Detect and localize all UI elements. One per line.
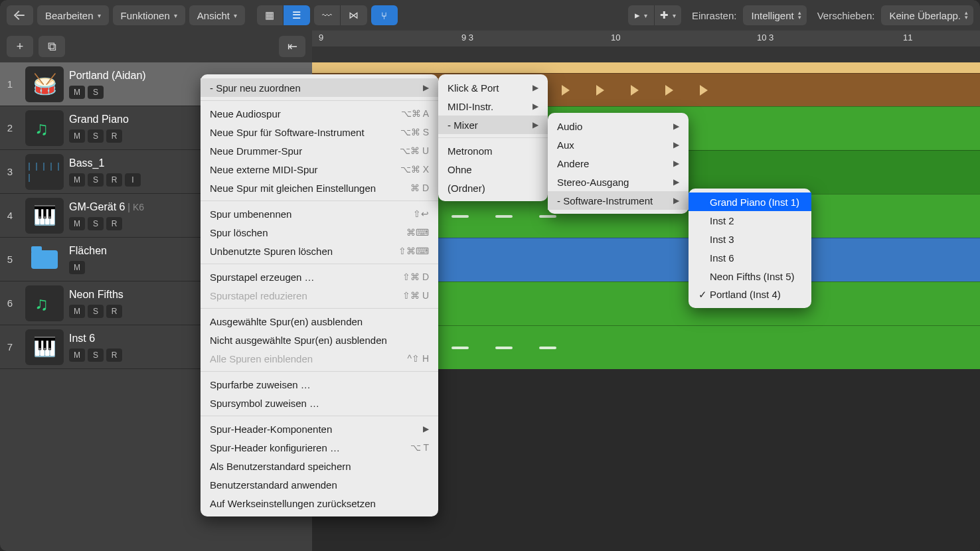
menu-hide-selected[interactable]: Ausgewählte Spur(en) ausblenden — [201, 312, 438, 331]
menu-delete[interactable]: Spur löschen⌘⌨ — [201, 223, 438, 242]
menu-reassign-track[interactable]: - Spur neu zuordnen▶ — [201, 78, 438, 97]
record-button[interactable]: R — [106, 173, 122, 187]
add-track-button[interactable]: + — [7, 36, 33, 57]
pointer-tool-button[interactable]: ▸▾ — [628, 5, 655, 25]
move-value: Keine Überlapp. — [889, 10, 961, 21]
flex-icon: ⋈ — [349, 9, 359, 21]
arrangement-marker[interactable] — [312, 62, 980, 73]
menu-none[interactable]: Ohne — [438, 160, 548, 179]
chevron-down-icon: ▾ — [98, 12, 101, 19]
automation-curve-button[interactable]: 〰 — [314, 5, 341, 25]
submenu-arrow-icon: ▶ — [673, 140, 679, 149]
record-button[interactable]: R — [106, 129, 122, 143]
menu-aux[interactable]: Aux▶ — [548, 135, 689, 154]
list-icon: ☰ — [292, 9, 301, 21]
menu-mixer[interactable]: - Mixer▶ — [438, 116, 548, 134]
view-label: Ansicht — [197, 10, 230, 21]
ruler-tick: 9 3 — [461, 33, 473, 42]
record-button[interactable]: R — [106, 217, 122, 230]
input-button[interactable]: I — [125, 173, 141, 187]
record-button[interactable]: R — [106, 305, 122, 318]
menu-new-audio[interactable]: Neue Audiospur⌥⌘ A — [201, 104, 438, 123]
back-button[interactable] — [7, 5, 33, 25]
solo-button[interactable]: S — [88, 305, 104, 318]
menu-new-ext[interactable]: Neue externe MIDI-Spur⌥⌘ X — [201, 160, 438, 179]
menu-stack-create[interactable]: Spurstapel erzeugen …⇧⌘ D — [201, 268, 438, 286]
marquee-tool-button[interactable]: ✚▾ — [655, 5, 681, 25]
menu-software-instrument[interactable]: - Software-Instrument▶ — [548, 191, 689, 210]
updown-icon: ▴▾ — [965, 11, 968, 20]
submenu-arrow-icon: ▶ — [532, 83, 538, 92]
edit-menu-button[interactable]: Bearbeiten▾ — [37, 5, 109, 25]
solo-button[interactable]: S — [88, 173, 104, 187]
solo-button[interactable]: S — [88, 86, 104, 99]
track-context-menu: - Spur neu zuordnen▶ Neue Audiospur⌥⌘ A … — [201, 74, 438, 516]
menu-inst1[interactable]: Grand Piano (Inst 1) — [689, 193, 811, 211]
menu-symbol[interactable]: Spursymbol zuweisen … — [201, 394, 438, 412]
mute-button[interactable]: M — [69, 173, 85, 187]
mute-button[interactable]: M — [69, 261, 85, 274]
crosshair-icon: ✚ — [660, 9, 669, 21]
functions-menu-button[interactable]: Funktionen▾ — [113, 5, 185, 25]
collapse-icon: ⇤ — [287, 39, 297, 54]
view-mode-group: ▦ ☰ — [257, 5, 310, 25]
track-number: 2 — [0, 122, 20, 133]
grid-view-button[interactable]: ▦ — [257, 5, 284, 25]
track-name: GM-Gerät 6 — [69, 201, 125, 212]
menu-apply-default[interactable]: Benutzerstandard anwenden — [201, 475, 438, 494]
mute-button[interactable]: M — [69, 86, 85, 99]
menu-rename[interactable]: Spur umbenennen⇧↩ — [201, 204, 438, 223]
snap-select[interactable]: Intelligent▴▾ — [743, 5, 806, 25]
solo-button[interactable]: S — [88, 129, 104, 143]
menu-inst6[interactable]: Inst 6 — [689, 248, 811, 267]
chevron-down-icon: ▾ — [644, 12, 647, 19]
menu-color[interactable]: Spurfarbe zuweisen … — [201, 375, 438, 394]
mute-button[interactable]: M — [69, 217, 85, 230]
menu-save-default[interactable]: Als Benutzerstandard speichern — [201, 457, 438, 475]
automation-group: 〰 ⋈ — [314, 5, 367, 25]
mute-button[interactable]: M — [69, 129, 85, 143]
catch-playhead-button[interactable]: ⑂ — [371, 5, 398, 25]
menu-new-drummer[interactable]: Neue Drummer-Spur⌥⌘ U — [201, 141, 438, 160]
menu-other[interactable]: Andere▶ — [548, 154, 689, 173]
menu-folder[interactable]: (Ordner) — [438, 179, 548, 197]
solo-button[interactable]: S — [88, 349, 104, 362]
menu-inst3[interactable]: Inst 3 — [689, 230, 811, 248]
menu-metronome[interactable]: Metronom — [438, 141, 548, 160]
solo-button[interactable]: S — [88, 217, 104, 230]
view-menu-button[interactable]: Ansicht▾ — [189, 5, 245, 25]
chevron-down-icon: ▾ — [234, 12, 237, 19]
menu-midi-instr[interactable]: MIDI-Instr.▶ — [438, 97, 548, 116]
timeline-ruler[interactable]: 9 9 3 10 10 3 11 — [312, 31, 980, 62]
menu-inst5[interactable]: Neon Fifths (Inst 5) — [689, 267, 811, 285]
menu-header-components[interactable]: Spur-Header-Komponenten▶ — [201, 420, 438, 438]
move-select[interactable]: Keine Überlapp.▴▾ — [881, 5, 973, 25]
menu-inst2[interactable]: Inst 2 — [689, 211, 811, 230]
menu-new-same[interactable]: Neue Spur mit gleichen Einstellungen⌘ D — [201, 179, 438, 197]
chevron-down-icon: ▾ — [673, 12, 676, 19]
flex-button[interactable]: ⋈ — [341, 5, 367, 25]
snap-label: Einrasten: — [685, 10, 740, 21]
snap-value: Intelligent — [751, 10, 793, 21]
menu-click-port[interactable]: Klick & Port▶ — [438, 78, 548, 97]
collapse-button[interactable]: ⇤ — [279, 36, 305, 57]
grid-icon: ▦ — [265, 9, 274, 21]
menu-reset[interactable]: Auf Werkseinstellungen zurücksetzen — [201, 494, 438, 512]
main-toolbar: Bearbeiten▾ Funktionen▾ Ansicht▾ ▦ ☰ 〰 ⋈… — [0, 0, 980, 31]
menu-stack-reduce[interactable]: Spurstapel reduzieren⇧⌘ U — [201, 286, 438, 305]
submenu-arrow-icon: ▶ — [423, 424, 429, 433]
duplicate-track-button[interactable]: ⧉ — [39, 36, 65, 57]
mute-button[interactable]: M — [69, 349, 85, 362]
list-view-button[interactable]: ☰ — [284, 5, 310, 25]
menu-delete-unused[interactable]: Unbenutzte Spuren löschen⇧⌘⌨ — [201, 242, 438, 260]
menu-show-all[interactable]: Alle Spuren einblenden^⇧ H — [201, 349, 438, 368]
menu-header-configure[interactable]: Spur-Header konfigurieren …⌥ T — [201, 438, 438, 457]
record-button[interactable]: R — [106, 349, 122, 362]
menu-stereo-out[interactable]: Stereo-Ausgang▶ — [548, 173, 689, 191]
mute-button[interactable]: M — [69, 305, 85, 318]
menu-inst4[interactable]: ✓Portland (Inst 4) — [689, 285, 811, 304]
menu-audio[interactable]: Audio▶ — [548, 117, 689, 135]
menu-new-swinst[interactable]: Neue Spur für Software-Instrument⌥⌘ S — [201, 123, 438, 141]
updown-icon: ▴▾ — [798, 11, 801, 20]
menu-hide-unselected[interactable]: Nicht ausgewählte Spur(en) ausblenden — [201, 331, 438, 349]
